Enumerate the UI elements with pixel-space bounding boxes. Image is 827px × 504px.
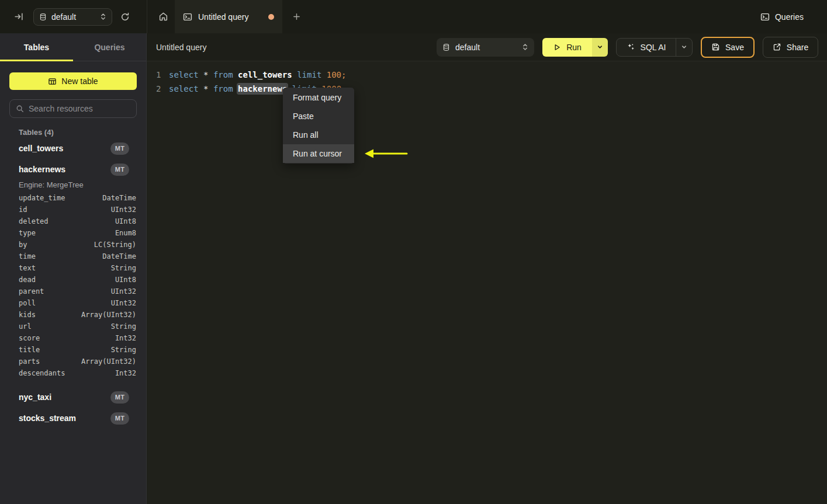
column-type: Array(UInt32) [81, 311, 136, 319]
database-selector-value: default [455, 43, 517, 52]
table-name: cell_towers [19, 144, 110, 153]
column-row: poll UInt32 [0, 297, 146, 309]
column-type: String [111, 264, 136, 272]
tab-title: Untitled query [198, 12, 262, 22]
run-options-button[interactable] [592, 38, 608, 57]
toolbar-database-selector[interactable]: default [437, 38, 534, 57]
terminal-icon [183, 12, 192, 22]
table-row-nyc-taxi[interactable]: nyc_taxi MT [0, 387, 146, 407]
column-type: UInt8 [115, 217, 136, 225]
run-label: Run [566, 43, 582, 52]
new-tab-icon[interactable] [288, 9, 304, 25]
table-row-cell-towers[interactable]: cell_towers MT [0, 138, 146, 158]
column-name: dead [19, 276, 115, 284]
sidebar-tab-queries[interactable]: Queries [73, 33, 146, 61]
code-token: select [169, 84, 203, 93]
context-menu-item[interactable]: Paste [283, 107, 354, 126]
column-type: Enum8 [115, 229, 136, 237]
column-type: DateTime [102, 252, 136, 260]
topbar: default Untitled query [0, 0, 827, 33]
share-button[interactable]: Share [763, 37, 818, 58]
save-label: Save [725, 43, 744, 52]
column-type: UInt32 [111, 287, 136, 296]
column-name: descendants [19, 369, 115, 377]
sidebar: Tables Queries New table Tables (4) cell… [0, 33, 147, 504]
code-token: hackernews [238, 84, 287, 93]
share-label: Share [787, 43, 808, 52]
sql-editor[interactable]: 1 select * from cell_towers limit 100; 2… [147, 61, 827, 96]
column-name: text [19, 264, 111, 272]
save-icon [711, 43, 720, 51]
column-name: by [19, 241, 94, 249]
column-row: update_time DateTime [0, 192, 146, 204]
column-name: parent [19, 287, 111, 296]
tab-untitled-query[interactable]: Untitled query [175, 0, 282, 33]
chevron-down-icon [681, 44, 687, 50]
code-token: cell_towers [238, 70, 292, 79]
search-icon [16, 105, 24, 113]
column-type: UInt8 [115, 276, 136, 284]
home-icon[interactable] [155, 9, 171, 25]
sql-ai-split-button: SQL AI [616, 38, 693, 57]
column-row: score Int32 [0, 332, 146, 344]
table-name: stocks_stream [19, 413, 110, 423]
code-token: * [203, 70, 213, 79]
sql-ai-options-button[interactable] [676, 39, 692, 56]
database-selector-value: default [51, 12, 95, 22]
column-type: UInt32 [111, 299, 136, 307]
table-name: nyc_taxi [19, 392, 110, 402]
engine-badge: MT [110, 164, 129, 176]
table-name: hackernews [19, 165, 110, 174]
column-row: url String [0, 321, 146, 332]
sidebar-tabs: Tables Queries [0, 33, 146, 61]
engine-badge: MT [110, 142, 129, 155]
new-table-button[interactable]: New table [9, 72, 137, 90]
table-row-hackernews[interactable]: hackernews MT [0, 159, 146, 179]
column-name: update_time [19, 194, 102, 202]
column-row: parent UInt32 [0, 286, 146, 297]
topbar-spacer [304, 0, 760, 33]
database-icon [442, 43, 450, 51]
chevron-up-down-icon [522, 43, 528, 51]
run-split-button: Run [542, 38, 608, 57]
context-menu-item[interactable]: Run all [283, 126, 354, 144]
table-grid-icon [48, 77, 57, 86]
column-name: url [19, 322, 111, 331]
active-tab-underline [0, 60, 73, 61]
annotation-arrow-icon [364, 147, 409, 161]
column-row: by LC(String) [0, 239, 146, 251]
topbar-tabs-area: Untitled query Queries [147, 0, 827, 33]
code-token: select [169, 70, 203, 79]
sql-ai-button[interactable]: SQL AI [617, 39, 676, 56]
column-row: dead UInt8 [0, 274, 146, 286]
code-token: from [213, 70, 238, 79]
column-row: deleted UInt8 [0, 215, 146, 227]
collapse-sidebar-icon[interactable] [11, 9, 27, 25]
column-type: DateTime [102, 194, 136, 202]
run-button[interactable]: Run [542, 38, 592, 57]
toolbar-actions: default Run [437, 37, 818, 58]
play-icon [553, 43, 561, 51]
column-name: parts [19, 357, 81, 366]
columns-list: update_time DateTime id UInt32 deleted U… [0, 192, 146, 379]
code-token [292, 70, 297, 79]
save-button[interactable]: Save [701, 37, 755, 58]
column-row: time DateTime [0, 251, 146, 262]
column-row: descendants Int32 [0, 367, 146, 379]
column-name: title [19, 346, 111, 354]
unsaved-dot [268, 14, 274, 20]
context-menu-item[interactable]: Run at cursor [283, 144, 354, 163]
queries-icon [760, 12, 770, 22]
column-type: Array(UInt32) [81, 357, 136, 366]
table-row-stocks-stream[interactable]: stocks_stream MT [0, 408, 146, 428]
code-token: * [203, 84, 213, 93]
queries-link[interactable]: Queries [760, 12, 804, 22]
column-name: poll [19, 299, 111, 307]
search-input[interactable] [29, 104, 134, 113]
context-menu-item[interactable]: Format query [283, 88, 354, 107]
topbar-database-selector[interactable]: default [33, 8, 112, 26]
sidebar-tab-tables[interactable]: Tables [0, 33, 73, 61]
column-name: type [19, 229, 115, 237]
column-row: kids Array(UInt32) [0, 309, 146, 321]
refresh-icon[interactable] [117, 9, 133, 25]
